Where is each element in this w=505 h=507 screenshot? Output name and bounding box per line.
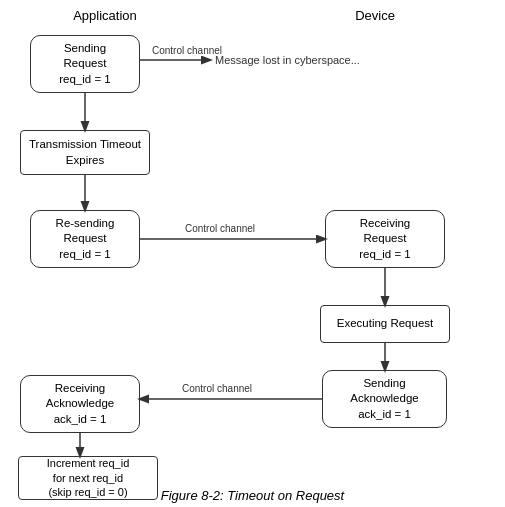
diagram-container: Application Device Sending Request req_i… <box>0 0 505 507</box>
receiving-ack-box: Receiving Acknowledge ack_id = 1 <box>20 375 140 433</box>
receiving-request-label: Receiving Request req_id = 1 <box>359 216 410 263</box>
resending-request-box: Re-sending Request req_id = 1 <box>30 210 140 268</box>
sending-ack-box: Sending Acknowledge ack_id = 1 <box>322 370 447 428</box>
sending-request-box: Sending Request req_id = 1 <box>30 35 140 93</box>
executing-request-label: Executing Request <box>337 316 434 332</box>
transmission-timeout-label: Transmission Timeout Expires <box>29 137 141 168</box>
svg-text:Control channel: Control channel <box>185 223 255 234</box>
transmission-timeout-box: Transmission Timeout Expires <box>20 130 150 175</box>
receiving-request-box: Receiving Request req_id = 1 <box>325 210 445 268</box>
receiving-ack-label: Receiving Acknowledge ack_id = 1 <box>46 381 114 428</box>
svg-text:Control channel: Control channel <box>152 45 222 56</box>
svg-text:Control channel: Control channel <box>182 383 252 394</box>
figure-caption: Figure 8-2: Timeout on Request <box>0 488 505 503</box>
executing-request-box: Executing Request <box>320 305 450 343</box>
col-app-label: Application <box>40 8 170 23</box>
sending-ack-label: Sending Acknowledge ack_id = 1 <box>350 376 418 423</box>
col-dev-label: Device <box>310 8 440 23</box>
message-lost-text: Message lost in cyberspace... <box>215 54 360 66</box>
sending-request-label: Sending Request req_id = 1 <box>59 41 110 88</box>
resending-request-label: Re-sending Request req_id = 1 <box>56 216 115 263</box>
